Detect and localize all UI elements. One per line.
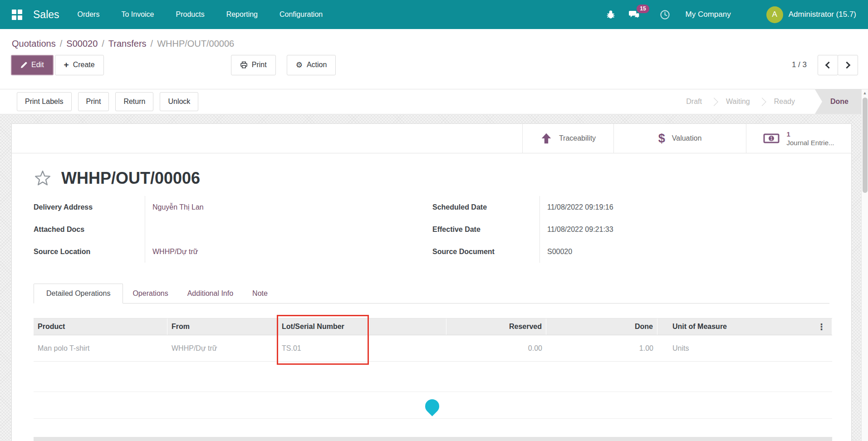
breadcrumb-current: WHHP/OUT/00006 <box>157 39 234 49</box>
breadcrumb: Quotations/S00020/Transfers/WHHP/OUT/000… <box>0 29 868 49</box>
tab-detailed-operations[interactable]: Detailed Operations <box>34 284 123 304</box>
field-value-effective-date: 11/08/2022 09:21:33 <box>547 225 613 234</box>
field-label-attached-docs: Attached Docs <box>34 218 145 240</box>
journal-entries-button[interactable]: 1 1 Journal Entrie... <box>746 124 851 153</box>
gear-icon: ⚙ <box>296 60 303 70</box>
nav-menu: Orders To Invoice Products Reporting Con… <box>78 10 323 19</box>
create-button[interactable]: + Create <box>55 55 104 75</box>
journal-entries-count: 1 <box>786 130 790 138</box>
debug-bug-icon[interactable] <box>605 9 617 20</box>
notebook-tabs: Detailed Operations Operations Additiona… <box>34 284 829 304</box>
message-count-badge: 15 <box>637 5 649 13</box>
form-sheet: Traceability $ Valuation 1 1 Journal Ent… <box>11 123 852 441</box>
operations-table: Product From Lot/Serial Number Reserved … <box>34 318 832 362</box>
plus-icon: + <box>64 60 69 70</box>
column-header-uom[interactable]: Unit of Measure ⋮ <box>657 318 832 335</box>
status-step-done[interactable]: Done <box>815 89 861 114</box>
control-panel: Quotations/S00020/Transfers/WHHP/OUT/000… <box>0 29 868 89</box>
app-name[interactable]: Sales <box>33 9 59 21</box>
vertical-scrollbar[interactable]: ▲ <box>861 89 868 441</box>
messages-icon[interactable]: 15 <box>628 9 640 20</box>
pager-previous-button[interactable] <box>818 55 838 75</box>
nav-item-reporting[interactable]: Reporting <box>226 10 258 19</box>
unlock-button[interactable]: Unlock <box>160 92 198 111</box>
print-labels-button[interactable]: Print Labels <box>17 92 72 111</box>
scroll-up-arrow-icon[interactable]: ▲ <box>862 89 868 97</box>
nav-item-configuration[interactable]: Configuration <box>280 10 323 19</box>
column-header-from[interactable]: From <box>167 318 278 335</box>
breadcrumb-transfers[interactable]: Transfers <box>108 39 147 49</box>
table-header-row: Product From Lot/Serial Number Reserved … <box>34 318 832 335</box>
location-pin-marker <box>422 397 442 416</box>
column-header-empty <box>369 318 446 335</box>
scrollbar-thumb[interactable] <box>863 98 868 193</box>
cell-reserved: 0.00 <box>446 335 546 361</box>
cell-empty <box>369 335 446 361</box>
table-row[interactable]: Man polo T-shirt WHHP/Dự trữ TS.01 0.00 … <box>34 335 832 362</box>
pager-count: 1 / 3 <box>792 60 807 69</box>
page-title: WHHP/OUT/00006 <box>61 169 200 188</box>
chevron-left-icon <box>825 61 833 69</box>
field-value-source-location[interactable]: WHHP/Dự trữ <box>152 248 198 256</box>
field-value-scheduled-date: 11/08/2022 09:19:16 <box>547 203 613 211</box>
cell-lot-serial: TS.01 <box>278 335 369 361</box>
status-step-ready[interactable]: Ready <box>763 98 806 106</box>
field-label-source-location: Source Location <box>34 240 145 263</box>
traceability-button[interactable]: Traceability <box>522 124 613 153</box>
field-label-delivery-address: Delivery Address <box>34 196 145 218</box>
nav-item-orders[interactable]: Orders <box>78 10 100 19</box>
pager-next-button[interactable] <box>838 55 858 75</box>
column-header-lot-serial[interactable]: Lot/Serial Number <box>278 318 369 335</box>
user-menu[interactable]: A Administrator (15.7) <box>766 6 856 23</box>
column-header-reserved[interactable]: Reserved <box>446 318 546 335</box>
arrow-up-icon <box>540 132 552 144</box>
banknote-icon: 1 <box>763 133 780 144</box>
breadcrumb-s00020[interactable]: S00020 <box>66 39 98 49</box>
printer-icon <box>240 61 248 69</box>
top-navbar: Sales Orders To Invoice Products Reporti… <box>0 0 868 29</box>
form-background: Traceability $ Valuation 1 1 Journal Ent… <box>0 114 861 441</box>
print-button-2[interactable]: Print <box>78 92 109 111</box>
print-button[interactable]: Print <box>231 55 276 75</box>
status-step-waiting[interactable]: Waiting <box>715 98 761 106</box>
valuation-button[interactable]: $ Valuation <box>613 124 746 153</box>
nav-item-to-invoice[interactable]: To Invoice <box>121 10 154 19</box>
dollar-icon: $ <box>658 132 665 146</box>
tab-additional-info[interactable]: Additional Info <box>178 284 243 303</box>
field-label-scheduled-date: Scheduled Date <box>432 196 539 218</box>
apps-grid-icon[interactable] <box>12 10 22 20</box>
user-name: Administrator (15.7) <box>789 10 856 19</box>
return-button[interactable]: Return <box>115 92 153 111</box>
company-switcher[interactable]: My Company <box>686 10 731 19</box>
avatar: A <box>766 6 783 23</box>
edit-button[interactable]: Edit <box>11 55 54 75</box>
divider-line <box>34 392 832 392</box>
activities-clock-icon[interactable] <box>659 9 671 20</box>
nav-item-products[interactable]: Products <box>176 10 205 19</box>
field-value-source-document: S00020 <box>547 248 572 256</box>
pencil-icon <box>20 62 27 69</box>
svg-text:1: 1 <box>770 136 773 141</box>
favorite-star-icon[interactable] <box>34 169 52 187</box>
action-button[interactable]: ⚙ Action <box>287 55 336 75</box>
field-label-effective-date: Effective Date <box>432 218 539 240</box>
cell-from: WHHP/Dự trữ <box>167 335 278 361</box>
smart-button-box: Traceability $ Valuation 1 1 Journal Ent… <box>12 124 851 153</box>
bottom-section-edge <box>34 437 832 441</box>
field-label-source-document: Source Document <box>432 240 539 263</box>
tab-note[interactable]: Note <box>243 284 277 303</box>
field-grid: Delivery Address Nguyễn Thị Lan Attached… <box>12 188 851 263</box>
optional-columns-icon[interactable]: ⋮ <box>817 322 828 332</box>
column-header-product[interactable]: Product <box>34 318 167 335</box>
tab-operations[interactable]: Operations <box>123 284 177 303</box>
column-header-done[interactable]: Done <box>546 318 657 335</box>
status-step-draft[interactable]: Draft <box>675 98 713 106</box>
breadcrumb-quotations[interactable]: Quotations <box>12 39 56 49</box>
pager: 1 / 3 <box>792 55 858 75</box>
cell-uom: Units <box>657 335 832 361</box>
field-value-delivery-address[interactable]: Nguyễn Thị Lan <box>152 203 204 211</box>
statusbar: Print Labels Print Return Unlock Draft W… <box>0 89 868 114</box>
divider-line <box>34 418 832 419</box>
status-steps: Draft Waiting Ready Done <box>675 89 861 114</box>
chevron-right-icon <box>843 61 851 69</box>
